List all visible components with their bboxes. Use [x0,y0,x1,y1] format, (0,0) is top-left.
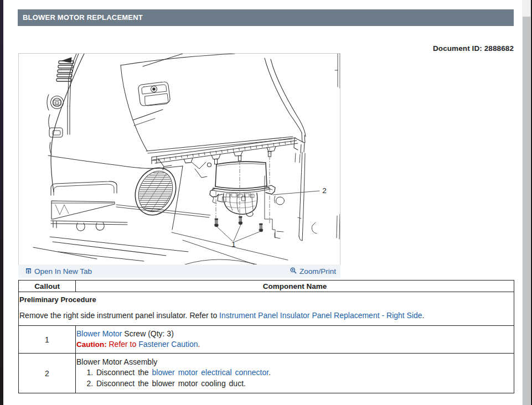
component-cell: Blower Motor Screw (Qty: 3) Caution: Ref… [76,326,514,354]
inline-text: Disconnect the [96,368,152,377]
page-title: BLOWER MOTOR REPLACEMENT [23,13,143,22]
inline-text: Screw (Qty: 3) [122,329,173,338]
open-in-new-tab-label: Open In New Tab [34,267,92,276]
inline-link[interactable]: blower motor electrical connector [152,368,269,377]
table-row: 1 Blower Motor Screw (Qty: 3) Caution: R… [19,326,514,354]
inline-text: . [268,368,271,377]
inline-link[interactable]: Instrument Panel Insulator Panel Replace… [219,311,422,320]
open-in-new-tab-icon [25,267,32,276]
inline-text: Remove the right side instrument panel i… [19,311,219,320]
inline-text: . [422,311,425,320]
caution-line: Caution: Refer to Fastener Caution. [76,339,513,350]
table-row: 2 Blower Motor Assembly Disconnect the b… [19,354,514,393]
inline-text: Refer to [109,340,139,349]
component-cell: Blower Motor Assembly Disconnect the blo… [76,354,514,393]
inline-text: Disconnect the blower motor cooling duct… [96,379,246,388]
component-name-line: Blower Motor Assembly [76,357,513,367]
inline-text: Caution: [76,340,109,349]
inline-link[interactable]: Fastener Caution [138,340,198,349]
illustration: 1 2 [18,53,340,264]
col-header-component: Component Name [76,281,514,292]
step-item: Disconnect the blower motor electrical c… [96,367,513,378]
figure-box: 1 2 Open In New Tab [18,53,340,278]
inline-link[interactable]: Blower Motor [76,329,122,338]
page: BLOWER MOTOR REPLACEMENT Document ID: 28… [0,0,532,405]
callout-cell: 2 [19,354,76,393]
document-id: Document ID: 2888682 [18,44,514,53]
preliminary-row: Preliminary Procedure Remove the right s… [19,292,514,326]
figure-callout-2: 2 [322,186,327,195]
callout-cell: 1 [19,326,76,354]
preliminary-text: Remove the right side instrument panel i… [19,311,513,320]
col-header-callout: Callout [19,281,76,292]
preliminary-cell: Preliminary Procedure Remove the right s… [19,292,514,326]
scrollbar-thumb[interactable] [523,17,530,405]
component-line: Blower Motor Screw (Qty: 3) [76,329,513,339]
section-title-bar: BLOWER MOTOR REPLACEMENT [18,9,514,26]
inline-text: . [198,340,200,349]
zoom-print-label: Zoom/Print [299,267,336,276]
open-in-new-tab-link[interactable]: Open In New Tab [25,267,92,276]
illustration-svg: 1 2 [19,54,340,264]
step-item: Disconnect the blower motor cooling duct… [96,378,513,389]
figure-toolbar: Open In New Tab Zoom/Print [18,264,340,278]
zoom-print-link[interactable]: Zoom/Print [290,267,336,276]
component-table: Callout Component Name Preliminary Proce… [18,280,514,393]
table-header-row: Callout Component Name [19,281,514,292]
figure-callout-1: 1 [231,240,236,248]
window-left-edge [0,0,3,405]
zoom-in-icon [290,267,297,276]
preliminary-heading: Preliminary Procedure [19,293,513,304]
step-list: Disconnect the blower motor electrical c… [76,367,513,389]
